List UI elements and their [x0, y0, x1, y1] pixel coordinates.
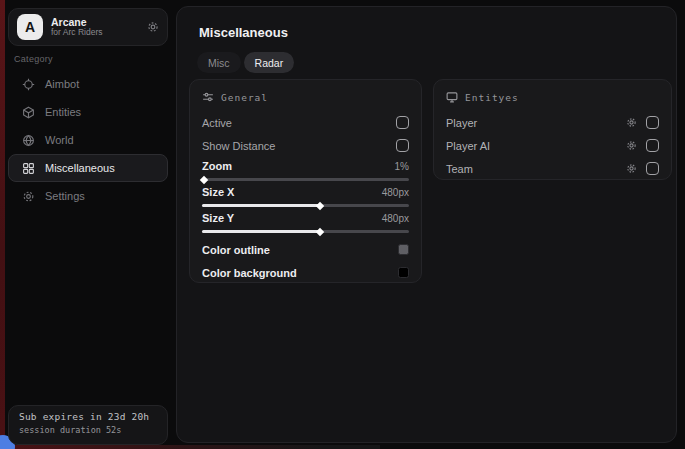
sidebar-item-settings[interactable]: Settings [8, 182, 168, 210]
panel-entities: Entityes Player Player AI [433, 79, 672, 180]
entity-row-player-ai: Player AI [446, 134, 659, 157]
sidebar-item-label: Entities [45, 106, 81, 118]
sidebar-item-label: Aimbot [45, 78, 79, 90]
sidebar-item-world[interactable]: World [8, 126, 168, 154]
sidebar-item-label: Settings [45, 190, 85, 202]
entity-row-team: Team [446, 157, 659, 180]
tab-misc[interactable]: Misc [197, 52, 241, 73]
player-ai-checkbox[interactable] [646, 139, 659, 152]
app-logo: A [17, 14, 43, 40]
player-checkbox[interactable] [646, 116, 659, 129]
crosshair-icon [22, 78, 35, 91]
size-y-slider[interactable] [202, 230, 409, 233]
entity-row-player: Player [446, 111, 659, 134]
sidebar-item-aimbot[interactable]: Aimbot [8, 70, 168, 98]
setting-row-show-distance: Show Distance [202, 134, 409, 157]
sidebar-nav: Aimbot Entities World [8, 70, 168, 210]
main-window: Miscellaneous Misc Radar General Active … [176, 6, 677, 443]
panel-general: General Active Show Distance Zoom 1% Siz… [189, 79, 422, 283]
gear-icon[interactable] [626, 163, 637, 174]
slider-thumb[interactable] [316, 227, 324, 235]
zoom-value: 1% [395, 161, 409, 172]
sliders-icon [202, 91, 214, 103]
setting-row-color-background: Color background [202, 261, 409, 284]
sidebar-item-entities[interactable]: Entities [8, 98, 168, 126]
sidebar: A Arcane for Arc Riders Category Aimbot [8, 0, 168, 449]
app-subtitle: for Arc Riders [51, 28, 139, 38]
panel-entities-title: Entityes [465, 92, 519, 103]
brand-card: A Arcane for Arc Riders [8, 8, 168, 46]
setting-row-zoom: Zoom 1% [202, 160, 409, 181]
tab-radar[interactable]: Radar [244, 52, 295, 73]
team-checkbox[interactable] [646, 162, 659, 175]
brand-gear-icon[interactable] [147, 21, 159, 33]
grid-icon [22, 162, 35, 175]
session-duration-text: session duration 52s [19, 425, 157, 435]
show-distance-checkbox[interactable] [396, 139, 409, 152]
size-y-value: 480px [382, 213, 409, 224]
cube-icon [22, 106, 35, 119]
sub-expiry-text: Sub expires in 23d 20h [19, 411, 157, 422]
setting-row-size-y: Size Y 480px [202, 212, 409, 233]
category-label: Category [14, 54, 53, 64]
monitor-icon [446, 91, 458, 103]
setting-row-color-outline: Color outline [202, 238, 409, 261]
sidebar-item-miscellaneous[interactable]: Miscellaneous [8, 154, 168, 182]
size-x-slider[interactable] [202, 204, 409, 207]
subscription-card: Sub expires in 23d 20h session duration … [8, 405, 168, 445]
color-outline-swatch[interactable] [398, 244, 409, 255]
globe-icon [22, 134, 35, 147]
zoom-slider[interactable] [202, 178, 409, 181]
background-red-edge [0, 0, 5, 449]
tab-bar: Misc Radar [197, 52, 294, 73]
size-x-value: 480px [382, 187, 409, 198]
gear-icon[interactable] [626, 117, 637, 128]
panel-general-title: General [221, 92, 268, 103]
slider-thumb[interactable] [316, 201, 324, 209]
slider-thumb[interactable] [200, 175, 208, 183]
color-background-swatch[interactable] [398, 267, 409, 278]
page-title: Miscellaneous [199, 25, 288, 40]
active-checkbox[interactable] [396, 116, 409, 129]
setting-row-size-x: Size X 480px [202, 186, 409, 207]
sidebar-item-label: Miscellaneous [45, 162, 115, 174]
gear-icon[interactable] [626, 140, 637, 151]
setting-row-active: Active [202, 111, 409, 134]
gear-icon [22, 190, 35, 203]
sidebar-item-label: World [45, 134, 74, 146]
